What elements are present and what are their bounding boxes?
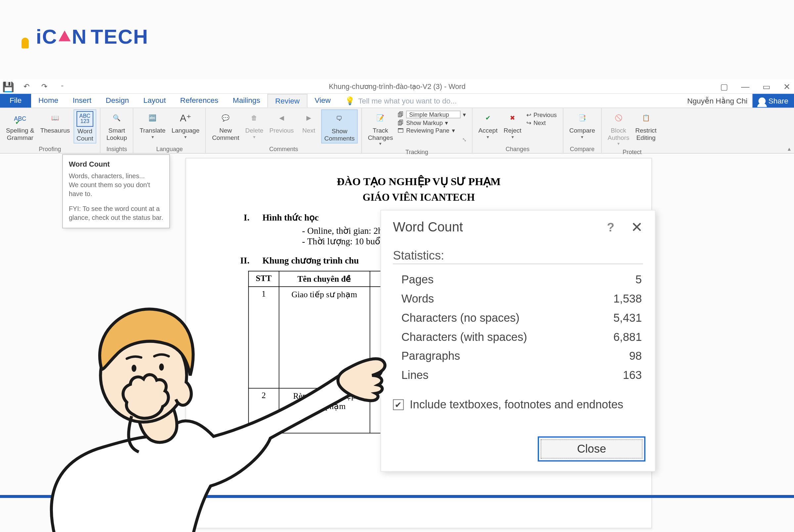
smart-lookup-icon: 🔍 — [109, 110, 125, 126]
tab-home[interactable]: Home — [31, 94, 66, 108]
track-changes-button[interactable]: 📝 Track Changes ▾ — [366, 110, 395, 148]
translate-button[interactable]: 🔤 Translate ▾ — [137, 110, 168, 141]
minimize-icon[interactable]: — — [741, 82, 749, 92]
tell-me-search[interactable]: 💡 Tell me what you want to do... — [338, 94, 682, 108]
smart-lookup-button[interactable]: 🔍 Smart Lookup — [104, 110, 129, 142]
dialog-close-icon[interactable]: ✕ — [631, 219, 643, 236]
block-authors-button[interactable]: 🚫 Block Authors ▾ — [605, 110, 632, 148]
dialog-title: Word Count — [393, 220, 607, 235]
delete-comment-button[interactable]: 🗑 Delete ▾ — [243, 110, 266, 141]
ribbon-options-icon[interactable]: ▢ — [720, 82, 728, 92]
changes-nav: ↩ Previous ↪ Next — [525, 110, 559, 126]
chevron-down-icon: ▾ — [487, 135, 489, 140]
tab-file[interactable]: File — [0, 94, 31, 108]
brand-text: iC N TECH — [36, 25, 148, 49]
triangle-icon — [59, 30, 71, 41]
accept-icon: ✔ — [480, 110, 497, 126]
window-controls: ▢ — ▭ ✕ — [720, 79, 791, 94]
tracking-options: 🗐 Simple Markup ▾ 🗐 Show Markup ▾ 🗔 Revi… — [397, 110, 468, 134]
person-illustration — [37, 298, 396, 532]
new-comment-button[interactable]: 💬 New Comment — [210, 110, 242, 142]
markup-mode-icon: 🗐 — [398, 111, 404, 118]
quick-access-toolbar: 💾 ↶ ↷ ⁼ — [4, 79, 67, 94]
chevron-down-icon: ▾ — [581, 135, 583, 140]
tab-references[interactable]: References — [173, 94, 226, 108]
language-button[interactable]: A⁺ Language ▾ — [169, 110, 202, 141]
share-button[interactable]: Share — [752, 94, 794, 108]
doc-heading-1: ĐÀO TẠO NGHIỆP VỤ SƯ PHẠM — [206, 175, 631, 188]
spelling-grammar-button[interactable]: ABC✔ Spelling & Grammar — [4, 110, 37, 142]
undo-icon[interactable]: ↶ — [21, 82, 31, 92]
new-comment-icon: 💬 — [217, 110, 234, 126]
tab-layout[interactable]: Layout — [136, 94, 173, 108]
group-compare: 📑 Compare ▾ Compare — [564, 108, 602, 153]
block-authors-icon: 🚫 — [610, 110, 627, 126]
previous-change-button[interactable]: ↩ Previous — [527, 112, 557, 118]
previous-comment-icon: ◀ — [273, 110, 290, 126]
tab-mailings[interactable]: Mailings — [226, 94, 267, 108]
restrict-icon: 📋 — [638, 110, 654, 126]
compare-button[interactable]: 📑 Compare ▾ — [567, 110, 598, 141]
ribbon: ABC✔ Spelling & Grammar 📖 Thesaurus ABC1… — [0, 108, 794, 153]
group-tracking: 📝 Track Changes ▾ 🗐 Simple Markup ▾ 🗐 Sh… — [362, 108, 473, 153]
show-comments-icon: 🗨 — [331, 111, 348, 127]
previous-change-icon: ↩ — [527, 112, 531, 118]
dialog-close-button[interactable]: Close — [538, 436, 645, 461]
chevron-down-icon: ▾ — [151, 135, 154, 140]
chevron-down-icon: ▾ — [445, 120, 448, 126]
dialog-help-button[interactable]: ? — [607, 220, 614, 234]
previous-comment-button[interactable]: ◀ Previous — [267, 110, 296, 136]
word-count-button[interactable]: ABC123 Word Count — [73, 110, 96, 144]
stat-row: Lines163 — [393, 366, 643, 385]
chevron-down-icon: ▾ — [463, 111, 466, 118]
compare-icon: 📑 — [574, 110, 591, 126]
restrict-editing-button[interactable]: 📋 Restrict Editing — [633, 110, 659, 142]
tab-view[interactable]: View — [307, 94, 338, 108]
tab-review[interactable]: Review — [267, 94, 307, 108]
maximize-icon[interactable]: ▭ — [762, 82, 771, 92]
reject-button[interactable]: ✖ Reject ▾ — [501, 110, 524, 141]
language-icon: A⁺ — [177, 110, 194, 126]
show-comments-button[interactable]: 🗨 Show Comments — [321, 110, 358, 144]
next-comment-button[interactable]: ▶ Next — [297, 110, 320, 136]
brand-logo: iC N TECH — [19, 25, 149, 49]
group-comments: 💬 New Comment 🗑 Delete ▾ ◀ Previous ▶ Ne… — [206, 108, 362, 153]
show-markup-icon: 🗐 — [398, 120, 404, 126]
markup-mode-dropdown[interactable]: 🗐 Simple Markup ▾ — [398, 110, 466, 118]
reviewing-pane-dropdown[interactable]: 🗔 Reviewing Pane ▾ — [398, 127, 466, 134]
delete-comment-icon: 🗑 — [246, 110, 263, 126]
next-change-button[interactable]: ↪ Next — [527, 120, 557, 126]
bulb-icon — [19, 30, 31, 49]
close-window-icon[interactable]: ✕ — [783, 82, 791, 92]
title-bar: 💾 ↶ ↷ ⁼ Khung-chương-trình-đào-tạo-V2 (3… — [0, 79, 794, 94]
chevron-down-icon: ▾ — [253, 135, 255, 140]
tab-insert[interactable]: Insert — [66, 94, 98, 108]
stat-row: Characters (with spaces)6,881 — [393, 328, 643, 347]
thesaurus-button[interactable]: 📖 Thesaurus — [38, 110, 72, 136]
reject-icon: ✖ — [504, 110, 521, 126]
ribbon-tabs: File Home Insert Design Layout Reference… — [0, 94, 794, 108]
reviewing-pane-icon: 🗔 — [398, 127, 404, 134]
dialog-subtitle: Statistics: — [393, 249, 643, 264]
group-changes: ✔ Accept ▾ ✖ Reject ▾ ↩ Previous ↪ — [473, 108, 564, 153]
chevron-down-icon: ▾ — [379, 142, 382, 147]
show-markup-dropdown[interactable]: 🗐 Show Markup ▾ — [398, 120, 466, 126]
svg-point-2 — [159, 363, 164, 370]
account-user[interactable]: Nguyễn Hằng Chi — [683, 94, 752, 108]
track-changes-icon: 📝 — [372, 110, 389, 126]
accept-button[interactable]: ✔ Accept ▾ — [476, 110, 500, 141]
qat-customize-icon[interactable]: ⁼ — [58, 82, 67, 92]
collapse-ribbon-icon[interactable]: ▴ — [788, 145, 791, 152]
word-count-icon: ABC123 — [76, 111, 93, 127]
chevron-down-icon: ▾ — [452, 127, 455, 134]
redo-icon[interactable]: ↷ — [39, 82, 49, 92]
svg-point-1 — [132, 365, 136, 372]
save-icon[interactable]: 💾 — [4, 82, 13, 92]
dialog-launcher-icon[interactable]: ⤡ — [462, 137, 467, 143]
group-language: 🔤 Translate ▾ A⁺ Language ▾ Language — [134, 108, 206, 153]
word-count-tooltip: Word Count Words, characters, lines... W… — [62, 154, 170, 228]
translate-icon: 🔤 — [144, 110, 161, 126]
include-textboxes-checkbox[interactable]: ✔ Include textboxes, footnotes and endno… — [393, 398, 643, 411]
tab-design[interactable]: Design — [98, 94, 136, 108]
document-title: Khung-chương-trình-đào-tạo-V2 (3) - Word — [329, 82, 465, 91]
